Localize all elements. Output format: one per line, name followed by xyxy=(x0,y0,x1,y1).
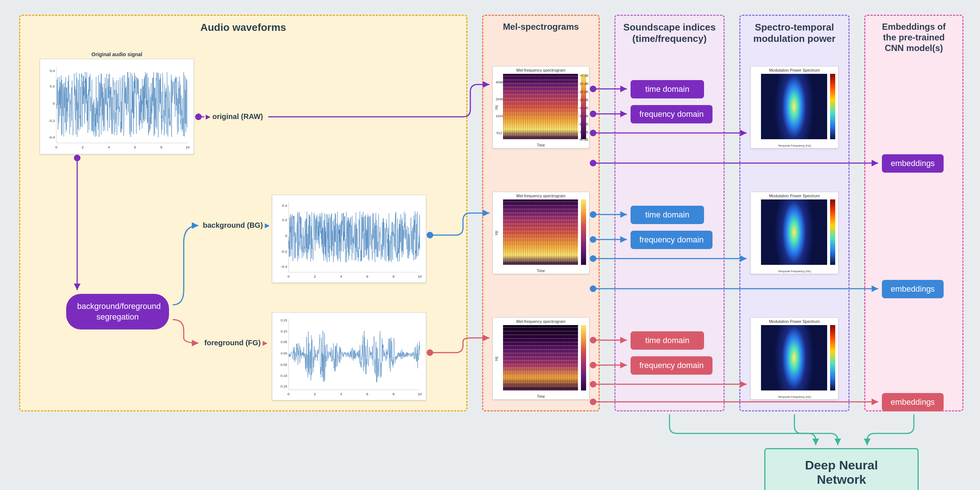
svg-text:2: 2 xyxy=(314,274,316,278)
freq-domain-badge-fg: frequency domain xyxy=(630,356,713,375)
panel-title-emb: Embeddings of the pre-trained CNN model(… xyxy=(871,22,956,53)
foreground-waveform-chart: 0.150.100.050.00-0.05-0.10-0.15 0246810 xyxy=(272,312,426,400)
svg-text:0: 0 xyxy=(288,274,290,278)
svg-text:0.00: 0.00 xyxy=(281,352,287,355)
segregation-process: background/foreground segregation xyxy=(66,294,169,329)
svg-text:0.2: 0.2 xyxy=(50,84,55,88)
mel-spectrogram-foreground: Mel-frequency spectrogram Hz Time xyxy=(492,317,589,399)
svg-text:-0.10: -0.10 xyxy=(280,374,287,378)
panel-embeddings: Embeddings of the pre-trained CNN model(… xyxy=(864,15,964,411)
svg-text:0.10: 0.10 xyxy=(281,329,287,333)
embeddings-badge-original: embeddings xyxy=(882,154,943,173)
mel-heatmap xyxy=(503,199,578,265)
freq-domain-badge-bg: frequency domain xyxy=(630,231,713,249)
panel-title-audio: Audio waveforms xyxy=(26,22,460,33)
svg-text:-0.4: -0.4 xyxy=(48,135,55,139)
original-waveform-chart: 0.40.20-0.2-0.4 0246810 xyxy=(40,59,194,154)
mel-colorbar xyxy=(581,325,586,390)
svg-text:0: 0 xyxy=(288,392,290,396)
svg-text:6: 6 xyxy=(366,392,369,396)
time-domain-badge-bg: time domain xyxy=(630,206,704,224)
svg-text:10: 10 xyxy=(418,392,422,396)
svg-text:-0.2: -0.2 xyxy=(281,250,287,253)
svg-text:-0.15: -0.15 xyxy=(280,385,287,388)
deep-neural-network-box: Deep Neural Network xyxy=(764,448,919,490)
flow-label-foreground: foreground (FG)▶ xyxy=(204,339,267,347)
freq-domain-badge-original: frequency domain xyxy=(630,105,713,123)
mps-original: Modulation Power Spectrum Spectral Frequ… xyxy=(750,66,838,148)
original-waveform-group: Original audio signal 0.40.20-0.2-0.4 02… xyxy=(40,51,194,154)
embeddings-badge-fg: embeddings xyxy=(882,393,943,411)
svg-text:2: 2 xyxy=(81,145,84,149)
svg-text:4: 4 xyxy=(340,392,342,396)
mps-colorbar xyxy=(830,325,835,390)
svg-text:0: 0 xyxy=(285,234,287,238)
svg-text:6: 6 xyxy=(134,145,136,149)
mel-heatmap xyxy=(503,325,578,390)
svg-text:0.4: 0.4 xyxy=(50,69,55,73)
time-domain-badge-original: time domain xyxy=(630,80,704,99)
svg-text:0.4: 0.4 xyxy=(282,204,287,208)
segregation-pill: background/foreground segregation xyxy=(66,294,169,329)
mps-foreground: Modulation Power Spectrum Spectral Frequ… xyxy=(750,317,838,399)
mel-spectrogram-background: Mel-frequency spectrogram Hz Time xyxy=(492,192,589,274)
svg-text:-0.4: -0.4 xyxy=(281,264,287,269)
svg-text:8: 8 xyxy=(393,392,395,396)
mel-heatmap xyxy=(503,74,578,139)
svg-text:4: 4 xyxy=(108,145,110,149)
svg-text:-0.05: -0.05 xyxy=(280,363,287,367)
svg-text:0: 0 xyxy=(53,101,55,105)
flow-label-background: background (BG)▶ xyxy=(203,221,269,229)
svg-text:10: 10 xyxy=(418,274,422,278)
svg-text:4: 4 xyxy=(340,274,342,278)
mps-colorbar xyxy=(830,199,835,265)
panel-title-mps: Spectro-temporal modulation power xyxy=(746,22,843,45)
mel-colorbar xyxy=(581,199,586,265)
svg-text:0.15: 0.15 xyxy=(281,318,287,322)
svg-text:10: 10 xyxy=(186,145,190,149)
svg-text:2: 2 xyxy=(314,392,316,396)
svg-text:0: 0 xyxy=(56,145,58,149)
background-waveform-chart: 0.40.20-0.2-0.4 0246810 xyxy=(272,195,426,283)
svg-text:0.05: 0.05 xyxy=(281,340,287,344)
flow-label-original: ▶original (RAW) xyxy=(206,112,263,121)
mps-heatmap xyxy=(761,325,827,390)
panel-title-indices: Soundscape indices (time/frequency) xyxy=(621,22,718,45)
mps-heatmap xyxy=(761,199,827,265)
panel-title-mel: Mel-spectrograms xyxy=(489,22,593,32)
mps-colorbar xyxy=(830,74,835,139)
mel-spectrogram-original: Mel-frequency spectrogram Hz Time +0 dB … xyxy=(492,66,589,148)
mps-heatmap xyxy=(761,74,827,139)
svg-text:0.2: 0.2 xyxy=(282,218,287,222)
svg-text:8: 8 xyxy=(393,274,395,278)
svg-text:8: 8 xyxy=(160,145,162,149)
original-waveform-label: Original audio signal xyxy=(40,51,194,57)
embeddings-badge-bg: embeddings xyxy=(882,280,943,298)
svg-text:-0.2: -0.2 xyxy=(48,119,55,123)
mps-background: Modulation Power Spectrum Spectral Frequ… xyxy=(750,192,838,274)
svg-text:6: 6 xyxy=(366,274,369,278)
time-domain-badge-fg: time domain xyxy=(630,331,704,350)
